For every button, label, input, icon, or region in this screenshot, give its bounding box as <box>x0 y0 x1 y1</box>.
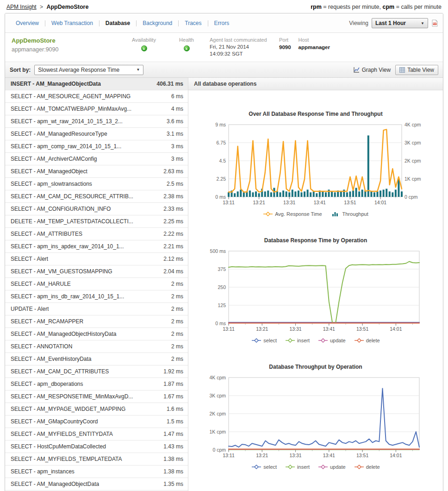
host-value: appmanager <box>299 44 330 50</box>
app-info-bar: AppDemoStore appmanager:9090 Availabilit… <box>5 33 443 62</box>
operation-row[interactable]: SELECT - AM_VM_GUESTOSMAPPING2.04 ms <box>5 265 188 278</box>
series-diamond-icon <box>285 464 295 470</box>
operation-row[interactable]: INSERT - AM_ManagedObjectData406.31 ms <box>5 78 188 90</box>
operation-row[interactable]: SELECT - AM_EventHistoryData2 ms <box>5 353 188 365</box>
page: APM Insight > AppDemoStore rpm = request… <box>0 0 448 491</box>
series-diamond-icon <box>354 464 364 470</box>
time-range-select[interactable]: Last 1 Hour ▼ <box>372 18 428 28</box>
breadcrumb-link-apm-insight[interactable]: APM Insight <box>6 4 37 10</box>
charts-header: All database operations <box>188 78 443 90</box>
tab-web-transaction[interactable]: Web Transaction <box>45 20 99 26</box>
operation-row[interactable]: SELECT - AM_ATTRIBUTES2.22 ms <box>5 228 188 240</box>
operation-row[interactable]: SELECT - AM_RESOURCE_AGENT_MAPPING6 ms <box>5 90 188 103</box>
tab-database[interactable]: Database <box>100 20 136 26</box>
operation-row[interactable]: SELECT - AM_ArchiverCAMConfig3 ms <box>5 153 188 165</box>
operation-row[interactable]: SELECT - AM_ManagedObjectData1.35 ms <box>5 478 188 491</box>
operation-row[interactable]: DELETE - AM_TEMP_LATESTDATACOLLECTI...2.… <box>5 215 188 228</box>
table-view-button[interactable]: Table View <box>395 65 438 75</box>
app-name[interactable]: AppDemoStore <box>12 37 122 44</box>
cpm-desc: = calls per minute <box>394 4 442 10</box>
rpm-desc: = requests per minute, <box>322 4 383 10</box>
operation-name: SELECT - HostCpuMemDataCollected <box>11 443 106 450</box>
legend-item-select: select <box>251 338 277 343</box>
legend-item-throughput: Throughput <box>330 211 368 217</box>
legend-label: select <box>263 338 277 343</box>
operation-row[interactable]: SELECT - AM_ManagedResourceType3.1 ms <box>5 128 188 140</box>
pdf-export-icon[interactable]: PDF <box>431 19 438 27</box>
svg-text:13:11: 13:11 <box>223 200 235 205</box>
operation-name: SELECT - AM_ManagedObjectData <box>11 481 99 487</box>
chart-canvas: 9 ms6.754.52.250 ms4K cpm3K cpm2K cpm1K … <box>205 120 427 209</box>
operation-row[interactable]: SELECT - AM_MYFIELDS_ENTITYDATA1.47 ms <box>5 428 188 441</box>
svg-text:6.75: 6.75 <box>217 140 226 145</box>
graph-view-button[interactable]: Graph View <box>354 67 391 73</box>
chart-canvas: 500 ms3752501250 ms13:1113:2113:3113:411… <box>205 246 427 335</box>
operation-row[interactable]: SELECT - AM_RCAMAPPER2 ms <box>5 315 188 328</box>
health-up-icon <box>184 45 190 51</box>
tab-overview[interactable]: Overview <box>10 20 45 26</box>
port-value: 9090 <box>279 44 291 50</box>
operation-row[interactable]: SELECT - ANNOTATION2 ms <box>5 340 188 353</box>
time-range-value: Last 1 Hour <box>375 20 406 26</box>
svg-text:1K cpm: 1K cpm <box>404 176 421 182</box>
operation-response-time: 1.87 ms <box>163 381 183 387</box>
operation-response-time: 1.38 ms <box>163 456 183 462</box>
viewing-label: Viewing <box>349 20 368 26</box>
operation-row[interactable]: SELECT - apm_ins_db_raw_2014_10_15_1...2… <box>5 290 188 303</box>
tab-errors[interactable]: Errors <box>208 20 236 26</box>
operation-name: SELECT - AM_GMapCountryCoord <box>11 418 98 425</box>
svg-text:4K cpm: 4K cpm <box>404 122 421 127</box>
svg-text:13:11: 13:11 <box>223 326 235 332</box>
agent-time: 14:09:32 SGT <box>210 51 278 57</box>
legend-label: delete <box>366 338 380 343</box>
operation-row[interactable]: SELECT - apm_instances1.38 ms <box>5 466 188 478</box>
operation-row[interactable]: SELECT - AM_TOMCATWEBAPP_MinMaxAvg...4 m… <box>5 103 188 115</box>
operation-row[interactable]: SELECT - AM_HARULE2 ms <box>5 278 188 290</box>
svg-text:13:31: 13:31 <box>289 326 301 332</box>
throughput-bars-icon <box>330 211 341 217</box>
legend-item-delete: delete <box>354 338 380 343</box>
operation-row[interactable]: SELECT - apm_ins_apdex_raw_2014_10_1...2… <box>5 240 188 253</box>
operation-row[interactable]: SELECT - AM_CONFIGURATION_INFO2.33 ms <box>5 203 188 215</box>
operation-row[interactable]: SELECT - AM_GMapCountryCoord1.5 ms <box>5 415 188 428</box>
operation-row[interactable]: SELECT - AM_ManagedObject2.63 ms <box>5 165 188 178</box>
operation-row[interactable]: SELECT - AM_MYFIELDS_TEMPLATEDATA1.38 ms <box>5 453 188 466</box>
operation-row[interactable]: SELECT - AM_MYPAGE_WIDGET_MAPPING1.6 ms <box>5 403 188 415</box>
operation-row[interactable]: SELECT - AM_RESPONSETIME_MinMaxAvgD...1.… <box>5 390 188 403</box>
operation-response-time: 2.5 ms <box>167 181 183 187</box>
tab-background[interactable]: Background <box>137 20 178 26</box>
list-toolbar: Sort by: Slowest Average Response Time ▼… <box>5 62 443 78</box>
svg-text:13:21: 13:21 <box>256 453 268 458</box>
operation-row[interactable]: SELECT - apm_slowtransactions2.5 ms <box>5 178 188 190</box>
operation-row[interactable]: SELECT - apm_wt_raw_2014_10_15_13_2...3.… <box>5 115 188 128</box>
sort-select[interactable]: Slowest Average Response Time ▼ <box>34 65 143 75</box>
tab-traces[interactable]: Traces <box>179 20 207 26</box>
legend-item-insert: insert <box>285 464 310 470</box>
operation-response-time: 1.5 ms <box>167 418 183 425</box>
operation-name: INSERT - AM_ManagedObjectData <box>11 81 101 87</box>
operation-row[interactable]: SELECT - HostCpuMemDataCollected1.43 ms <box>5 441 188 453</box>
table-view-icon <box>399 67 405 73</box>
operation-name: SELECT - AM_RESPONSETIME_MinMaxAvgD... <box>11 393 133 400</box>
tab-bar: Overview Web Transaction Database Backgr… <box>5 13 443 33</box>
svg-text:14:01: 14:01 <box>374 200 386 205</box>
operation-row[interactable]: SELECT - Alert2.12 ms <box>5 253 188 265</box>
legend-item-select: select <box>251 464 277 470</box>
operation-response-time: 2.04 ms <box>163 268 183 275</box>
svg-text:125: 125 <box>218 302 226 308</box>
operation-response-time: 1.67 ms <box>163 393 183 400</box>
operation-row[interactable]: SELECT - apm_comp_raw_2014_10_15_1...3 m… <box>5 140 188 153</box>
operation-name: SELECT - AM_CAM_DC_ATTRIBUTES <box>11 368 109 375</box>
operation-response-time: 3.1 ms <box>167 131 183 137</box>
svg-text:13:41: 13:41 <box>323 326 335 332</box>
operation-row[interactable]: SELECT - AM_ManagedObjectHistoryData2 ms <box>5 328 188 340</box>
port-info: Port 9090 <box>279 37 291 50</box>
operation-row[interactable]: SELECT - apm_dboperations1.87 ms <box>5 378 188 390</box>
chevron-down-icon: ▼ <box>136 68 140 72</box>
svg-text:3K cpm: 3K cpm <box>404 140 421 145</box>
operation-row[interactable]: UPDATE - Alert2 ms <box>5 303 188 315</box>
operation-row[interactable]: SELECT - AM_CAM_DC_RESOURCE_ATTRIB...2.3… <box>5 190 188 203</box>
operation-row[interactable]: SELECT - AM_CAM_DC_ATTRIBUTES1.92 ms <box>5 365 188 378</box>
operation-response-time: 1.6 ms <box>167 406 183 412</box>
operation-response-time: 2.25 ms <box>163 218 183 225</box>
